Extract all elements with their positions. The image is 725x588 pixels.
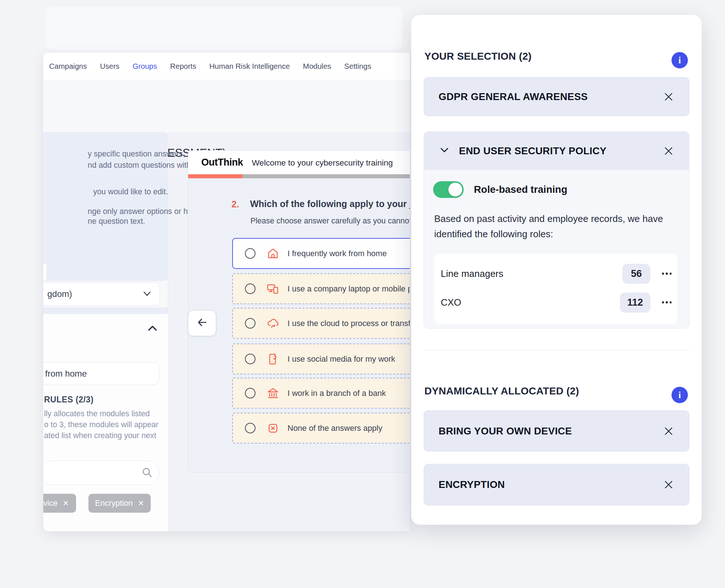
role-count-badge: 112 [620,293,650,313]
answer-option-label: I work in a branch of a bank [288,389,386,398]
screen: Campaigns Users Groups Reports Human Ris… [0,0,725,588]
social-phone-icon [266,353,280,366]
devices-icon [266,282,280,295]
answer-option[interactable]: I use social media for my work [232,343,410,374]
question-number: 2. [231,199,239,210]
module-chip-device[interactable]: vice ✕ [43,494,76,513]
radio-button[interactable] [245,354,255,364]
rules-text-line: ated list when creating your next [44,431,156,440]
none-icon [266,422,280,435]
dynamically-allocated-title: DYNAMICALLY ALLOCATED (2) [424,385,579,397]
close-icon[interactable] [663,92,674,102]
chip-label: vice [43,498,58,508]
answer-option-label: I use social media for my work [288,354,395,364]
selected-module-gdpr[interactable]: GDPR GENERAL AWARENESS [424,77,689,116]
module-chip-encryption[interactable]: Encryption ✕ [88,494,151,513]
info-icon[interactable]: i [671,52,688,68]
toggle-knob [448,183,462,196]
dynamic-module-byod[interactable]: BRING YOUR OWN DEVICE [424,410,689,452]
rules-heading: RULES (2/3) [44,395,94,405]
panel-divider [424,350,689,350]
close-icon[interactable] [663,146,674,156]
radio-button[interactable] [245,283,255,294]
kebab-menu-icon[interactable] [660,301,673,303]
back-arrow-icon [196,317,208,329]
nav-settings[interactable]: Settings [344,62,371,71]
sidebar-info-panel: y specific question answers, adjust nd a… [43,132,168,281]
question-hint: Please choose answer carefully as you ca… [250,216,410,226]
radio-button[interactable] [245,388,255,398]
radio-button[interactable] [245,248,255,259]
toggle-label: Role-based training [474,184,567,195]
sidebar-info-line: nd add custom questions with [88,161,191,170]
chip-remove-icon[interactable]: ✕ [63,499,69,508]
role-name: CXO [441,297,461,308]
nav-reports[interactable]: Reports [170,62,196,71]
chevron-up-icon[interactable] [148,325,157,333]
sidebar-section-strip [43,307,168,314]
rules-text-line: o to 3, these modules will appear [44,420,158,429]
module-name-input[interactable] [43,362,159,385]
country-dropdown[interactable]: gdom) [43,282,160,306]
answer-option[interactable]: I frequently work from home [232,238,410,269]
nav-users[interactable]: Users [100,62,120,71]
answer-option[interactable]: I work in a branch of a bank [232,378,410,409]
answer-option-label: None of the answers apply [288,424,383,433]
answer-option[interactable]: None of the answers apply [232,413,410,444]
radio-button[interactable] [245,423,255,433]
radio-button[interactable] [245,318,255,329]
nav-groups[interactable]: Groups [132,62,157,71]
module-card-label: BRING YOUR OWN DEVICE [439,425,572,437]
sidebar-info-line: nge only answer options or hide. [88,207,201,216]
selection-side-panel: YOUR SELECTION (2) i GDPR GENERAL AWAREN… [411,15,702,525]
sidebar-info-line: you would like to edit. [93,187,168,196]
chevron-down-icon [143,291,151,299]
cloud-icon [266,317,280,330]
top-navigation: Campaigns Users Groups Reports Human Ris… [43,53,410,80]
training-preview-card: OutThink Welcome to your cybersecurity t… [188,150,410,473]
roles-list-card: Line managers 56 CXO 112 [434,254,677,324]
training-progress-bar [188,174,410,178]
kebab-menu-icon[interactable] [660,273,673,275]
quiz-progress-fill [188,174,242,178]
outthink-logo: OutThink [201,157,243,168]
answer-option-label: I use a company laptop or mobile phon [288,284,410,294]
chevron-down-icon[interactable] [439,147,449,155]
module-card-header[interactable]: END USER SECURITY POLICY [424,132,689,170]
sidebar-info-line: ne question text. [88,217,145,226]
training-header-subtitle: Welcome to your cybersecurity training [252,158,393,168]
selected-module-end-user-security-policy: END USER SECURITY POLICY Role-based trai… [424,131,689,329]
chip-remove-icon[interactable]: ✕ [138,499,144,508]
answer-option-label: I use the cloud to process or transfer [288,319,410,328]
module-card-label: GDPR GENERAL AWARENESS [439,91,588,103]
role-name: Line managers [441,268,503,279]
module-card-label: ENCRYPTION [439,479,505,490]
chip-label: Encryption [95,498,133,508]
search-icon [142,467,153,480]
rules-text-line: lly allocates the modules listed [44,409,150,418]
answer-option[interactable]: I use the cloud to process or transfer [232,308,410,339]
bank-icon [266,387,280,400]
sidebar-rules-section: RULES (2/3) lly allocates the modules li… [43,314,168,531]
info-icon[interactable]: i [671,387,688,403]
home-icon [266,247,280,260]
country-dropdown-value: gdom) [47,289,72,299]
roles-description: Based on past activity and employee reco… [434,211,667,242]
close-icon[interactable] [663,426,674,436]
role-count-badge: 56 [622,264,650,284]
role-based-training-toggle[interactable] [433,181,464,198]
answer-option-label: I frequently work from home [288,249,387,258]
dynamic-module-encryption[interactable]: ENCRYPTION [424,464,689,505]
nav-campaigns[interactable]: Campaigns [49,62,87,71]
clipped-control-pill [43,263,47,281]
back-button[interactable] [188,310,216,336]
nav-human-risk-intelligence[interactable]: Human Risk Intelligence [209,62,290,71]
nav-modules[interactable]: Modules [303,62,331,71]
selection-panel-title: YOUR SELECTION (2) [424,51,532,62]
answer-option[interactable]: I use a company laptop or mobile phon [232,273,410,304]
close-icon[interactable] [663,480,674,490]
question-text: Which of the following apply to your job… [250,199,410,209]
module-card-label: END USER SECURITY POLICY [459,145,607,157]
main-window: Campaigns Users Groups Reports Human Ris… [43,53,410,531]
training-card-header: OutThink Welcome to your cybersecurity t… [188,151,410,174]
